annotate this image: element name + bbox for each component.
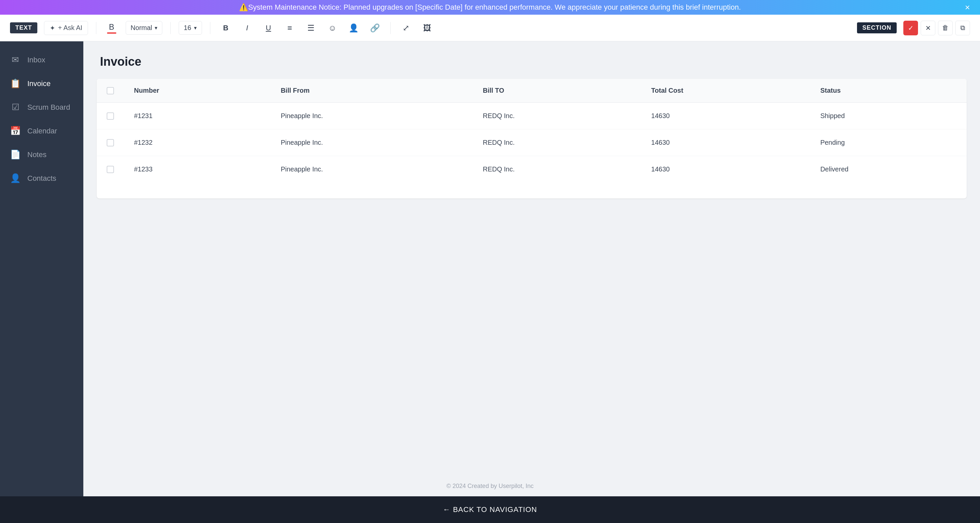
row-number-2: #1233 [124,156,270,183]
sidebar-item-calendar[interactable]: 📅 Calendar [0,119,83,143]
link-button[interactable]: 🔗 [368,21,382,35]
bold-button[interactable]: B [218,21,233,35]
sidebar-item-label-notes: Notes [27,150,46,159]
copyright-text: © 2024 Created by Userpilot, Inc [446,483,533,489]
row-total-cost-0: 14630 [641,103,810,129]
table-header-row: Number Bill From Bill TO Total Cost Stat [97,79,967,103]
notes-icon: 📄 [10,150,21,160]
toolbar-separator-4 [390,22,391,34]
image-button[interactable]: 🖼 [420,21,435,35]
delete-section-button[interactable]: 🗑 [938,21,953,35]
italic-button[interactable]: I [240,21,255,35]
row-checkbox-cell-1 [97,129,124,156]
notification-text: ⚠️System Maintenance Notice: Planned upg… [239,3,741,12]
bold-icon: B [223,24,228,32]
check-icon: ✓ [908,24,914,32]
copy-section-button[interactable]: ⧉ [955,21,970,35]
underline-button[interactable]: U [261,21,276,35]
confirm-section-button[interactable]: ✓ [903,21,918,35]
select-all-checkbox[interactable] [107,87,114,94]
list-icon: ☰ [307,23,315,33]
sidebar-item-label-calendar: Calendar [27,127,57,136]
row-checkbox-0[interactable] [107,112,114,120]
page-title: Invoice [97,55,967,69]
trash-icon: 🗑 [942,24,949,32]
table-row: #1231 Pineapple Inc. REDQ Inc. 14630 Shi… [97,103,967,129]
notification-banner: ⚠️System Maintenance Notice: Planned upg… [0,0,980,15]
inbox-icon: ✉ [10,55,21,65]
row-bill-from-2: Pineapple Inc. [270,156,473,183]
fullscreen-button[interactable]: ⤢ [399,21,413,35]
sidebar-item-label-scrum-board: Scrum Board [27,103,70,112]
calendar-icon: 📅 [10,126,21,136]
row-total-cost-2: 14630 [641,156,810,183]
main-layout: ✉ Inbox 📋 Invoice ☑ Scrum Board 📅 Calend… [0,41,980,523]
text-format-icon: B [109,22,115,32]
row-checkbox-2[interactable] [107,166,114,173]
table-row: #1232 Pineapple Inc. REDQ Inc. 14630 Pen… [97,129,967,156]
back-nav-bar[interactable]: ← BACK TO NAVIGATION [0,496,980,523]
image-icon: 🖼 [423,23,431,33]
toolbar-separator-1 [96,22,96,34]
sidebar-item-scrum-board[interactable]: ☑ Scrum Board [0,96,83,119]
fullscreen-icon: ⤢ [402,23,409,33]
invoice-table-card: Number Bill From Bill TO Total Cost Stat [97,79,967,198]
back-nav-label: ← BACK TO NAVIGATION [443,505,537,514]
invoice-table: Number Bill From Bill TO Total Cost Stat [97,79,967,182]
row-total-cost-1: 14630 [641,129,810,156]
text-color-button[interactable]: B [104,21,119,35]
row-number-1: #1232 [124,129,270,156]
color-indicator [107,32,116,34]
style-value: Normal [130,24,152,32]
row-bill-to-1: REDQ Inc. [473,129,641,156]
main-content: Invoice Number Bill From [83,41,980,523]
add-invoice-container: Add Invoice [97,182,967,198]
sidebar-item-inbox[interactable]: ✉ Inbox [0,48,83,72]
row-checkbox-1[interactable] [107,139,114,147]
row-status-0: Shipped [810,103,967,129]
list-button[interactable]: ☰ [304,21,318,35]
font-size-value: 16 [184,24,191,32]
sidebar: ✉ Inbox 📋 Invoice ☑ Scrum Board 📅 Calend… [0,41,83,523]
mention-icon: 👤 [348,23,359,33]
ask-ai-button[interactable]: ✦ + Ask AI [44,21,88,35]
font-size-dropdown[interactable]: 16 ▾ [179,21,202,35]
sidebar-item-label-contacts: Contacts [27,174,56,183]
row-status-2: Delivered [810,156,967,183]
close-notification-button[interactable]: × [965,2,970,13]
align-icon: ≡ [287,23,292,33]
row-bill-from-1: Pineapple Inc. [270,129,473,156]
link-icon: 🔗 [370,23,380,33]
col-header-status: Status [810,79,967,103]
chevron-down-icon-2: ▾ [194,25,197,31]
row-number-0: #1231 [124,103,270,129]
chevron-down-icon: ▾ [155,25,158,31]
row-bill-to-2: REDQ Inc. [473,156,641,183]
row-bill-from-0: Pineapple Inc. [270,103,473,129]
row-checkbox-cell-2 [97,156,124,183]
sparkle-icon: ✦ [50,24,55,32]
toolbar-separator-3 [210,22,210,34]
cancel-section-button[interactable]: ✕ [921,21,935,35]
emoji-button[interactable]: ☺ [325,21,340,35]
col-header-bill-to: Bill TO [473,79,641,103]
sidebar-item-label-inbox: Inbox [27,56,45,64]
section-actions: ✓ ✕ 🗑 ⧉ [903,21,970,35]
col-header-bill-from: Bill From [270,79,473,103]
sidebar-item-label-invoice: Invoice [27,80,51,88]
style-dropdown[interactable]: Normal ▾ [126,21,162,35]
align-button[interactable]: ≡ [282,21,297,35]
mention-button[interactable]: 👤 [346,21,361,35]
sidebar-item-contacts[interactable]: 👤 Contacts [0,166,83,190]
emoji-icon: ☺ [328,23,337,33]
underline-icon: U [266,24,271,32]
footer: © 2024 Created by Userpilot, Inc [0,476,980,496]
italic-icon: I [246,24,248,32]
toolbar: TEXT ✦ + Ask AI B Normal ▾ 16 ▾ B I U ≡ … [0,15,980,41]
ask-ai-label: + Ask AI [58,24,82,32]
sidebar-item-notes[interactable]: 📄 Notes [0,143,83,166]
table-row: #1233 Pineapple Inc. REDQ Inc. 14630 Del… [97,156,967,183]
sidebar-item-invoice[interactable]: 📋 Invoice [0,72,83,96]
col-header-number: Number [124,79,270,103]
invoice-icon: 📋 [10,78,21,89]
